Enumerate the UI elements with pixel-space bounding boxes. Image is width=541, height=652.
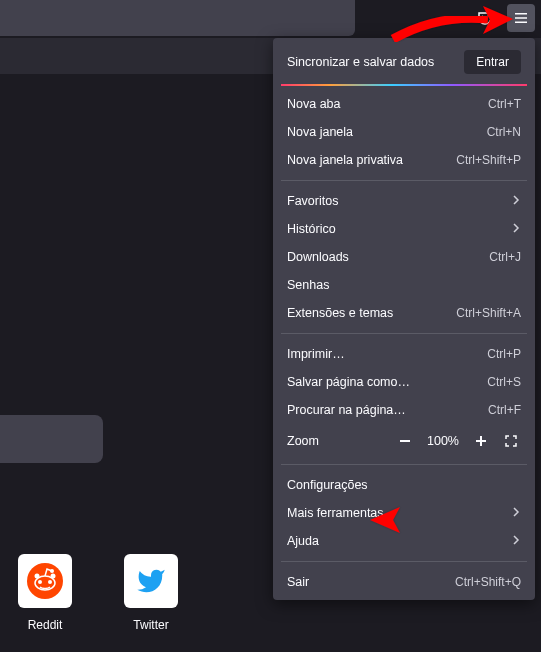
- sync-label: Sincronizar e salvar dados: [287, 55, 434, 69]
- menu-item-downloads[interactable]: Downloads Ctrl+J: [273, 243, 535, 271]
- svg-rect-2: [515, 22, 527, 24]
- pocket-button[interactable]: [471, 4, 499, 32]
- zoom-value: 100%: [425, 434, 461, 448]
- menu-item-label: Nova aba: [287, 97, 341, 111]
- menu-item-exit[interactable]: Sair Ctrl+Shift+Q: [273, 568, 535, 596]
- chevron-right-icon: [511, 222, 521, 236]
- menu-item-label: Ajuda: [287, 534, 319, 548]
- menu-item-addons[interactable]: Extensões e temas Ctrl+Shift+A: [273, 299, 535, 327]
- menu-icon: [513, 10, 529, 26]
- menu-item-shortcut: Ctrl+F: [488, 403, 521, 417]
- menu-item-settings[interactable]: Configurações: [273, 471, 535, 499]
- svg-point-4: [38, 580, 42, 584]
- menu-item-help[interactable]: Ajuda: [273, 527, 535, 555]
- menu-item-shortcut: Ctrl+P: [487, 347, 521, 361]
- fullscreen-button[interactable]: [501, 431, 521, 451]
- menu-item-label: Imprimir…: [287, 347, 345, 361]
- menu-item-new-window[interactable]: Nova janela Ctrl+N: [273, 118, 535, 146]
- twitter-icon: [124, 554, 178, 608]
- menu-item-label: Mais ferramentas: [287, 506, 384, 520]
- menu-item-print[interactable]: Imprimir… Ctrl+P: [273, 340, 535, 368]
- chevron-right-icon: [511, 534, 521, 548]
- menu-item-private-window[interactable]: Nova janela privativa Ctrl+Shift+P: [273, 146, 535, 174]
- menu-divider: [281, 464, 527, 465]
- menu-item-label: Configurações: [287, 478, 368, 492]
- shortcut-tile-twitter[interactable]: Twitter: [124, 554, 178, 632]
- svg-rect-0: [515, 13, 527, 15]
- search-box-partial: [0, 415, 103, 463]
- shortcut-tile-reddit[interactable]: Reddit: [18, 554, 72, 632]
- svg-point-3: [27, 563, 63, 599]
- menu-item-shortcut: Ctrl+T: [488, 97, 521, 111]
- menu-item-label: Nova janela privativa: [287, 153, 403, 167]
- menu-item-shortcut: Ctrl+J: [489, 250, 521, 264]
- menu-section: Imprimir… Ctrl+P Salvar página como… Ctr…: [273, 336, 535, 462]
- menu-divider: [281, 561, 527, 562]
- sign-in-button[interactable]: Entrar: [464, 50, 521, 74]
- menu-section: Favoritos Histórico Downloads Ctrl+J Sen…: [273, 183, 535, 331]
- shortcut-label: Twitter: [133, 618, 168, 632]
- menu-item-label: Histórico: [287, 222, 336, 236]
- shortcut-label: Reddit: [28, 618, 63, 632]
- menu-item-label: Extensões e temas: [287, 306, 393, 320]
- menu-item-shortcut: Ctrl+S: [487, 375, 521, 389]
- menu-item-label: Nova janela: [287, 125, 353, 139]
- menu-section: Nova aba Ctrl+T Nova janela Ctrl+N Nova …: [273, 86, 535, 178]
- menu-item-label: Downloads: [287, 250, 349, 264]
- menu-item-shortcut: Ctrl+Shift+Q: [455, 575, 521, 589]
- chevron-right-icon: [511, 506, 521, 520]
- menu-item-history[interactable]: Histórico: [273, 215, 535, 243]
- svg-rect-12: [480, 436, 482, 446]
- menu-section: Sair Ctrl+Shift+Q: [273, 564, 535, 600]
- hamburger-menu-button[interactable]: [507, 4, 535, 32]
- menu-item-shortcut: Ctrl+Shift+P: [456, 153, 521, 167]
- svg-rect-10: [400, 440, 410, 442]
- menu-item-zoom: Zoom 100%: [273, 424, 535, 458]
- menu-section: Configurações Mais ferramentas Ajuda: [273, 467, 535, 559]
- menu-item-label: Procurar na página…: [287, 403, 406, 417]
- menu-sync-header: Sincronizar e salvar dados Entrar: [273, 38, 535, 84]
- menu-item-save-page[interactable]: Salvar página como… Ctrl+S: [273, 368, 535, 396]
- zoom-label: Zoom: [287, 434, 385, 448]
- svg-point-7: [51, 574, 56, 579]
- svg-rect-1: [515, 17, 527, 19]
- menu-divider: [281, 333, 527, 334]
- menu-item-more-tools[interactable]: Mais ferramentas: [273, 499, 535, 527]
- menu-item-label: Favoritos: [287, 194, 338, 208]
- menu-item-find[interactable]: Procurar na página… Ctrl+F: [273, 396, 535, 424]
- menu-item-bookmarks[interactable]: Favoritos: [273, 187, 535, 215]
- chevron-right-icon: [511, 194, 521, 208]
- tab-bar: [0, 0, 355, 36]
- zoom-in-button[interactable]: [471, 431, 491, 451]
- svg-point-9: [50, 569, 54, 573]
- svg-point-8: [35, 574, 40, 579]
- pocket-icon: [477, 10, 493, 26]
- menu-item-label: Sair: [287, 575, 309, 589]
- menu-item-passwords[interactable]: Senhas: [273, 271, 535, 299]
- menu-item-label: Salvar página como…: [287, 375, 410, 389]
- shortcuts-area: Reddit Twitter: [18, 554, 178, 632]
- menu-item-shortcut: Ctrl+N: [487, 125, 521, 139]
- reddit-icon: [18, 554, 72, 608]
- app-menu: Sincronizar e salvar dados Entrar Nova a…: [273, 38, 535, 600]
- menu-item-new-tab[interactable]: Nova aba Ctrl+T: [273, 90, 535, 118]
- zoom-out-button[interactable]: [395, 431, 415, 451]
- menu-item-shortcut: Ctrl+Shift+A: [456, 306, 521, 320]
- menu-item-label: Senhas: [287, 278, 329, 292]
- svg-point-5: [48, 580, 52, 584]
- menu-divider: [281, 180, 527, 181]
